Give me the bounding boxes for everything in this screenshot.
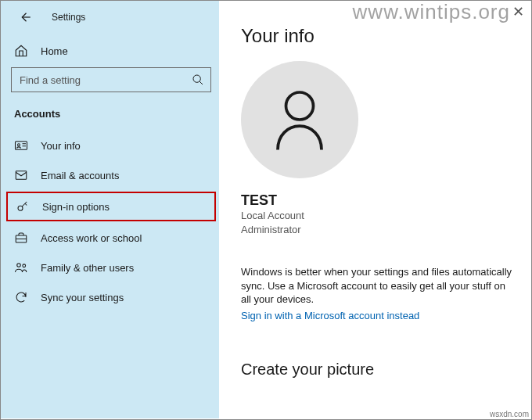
picture-section-title: Create your picture [241,361,518,379]
person-icon [272,88,327,152]
username: TEST [241,192,518,209]
svg-point-8 [286,92,314,120]
avatar [241,61,358,178]
watermark: www.wintips.org [353,0,510,24]
sync-description: Windows is better when your settings and… [241,265,518,307]
account-role: Administrator [241,223,518,237]
account-type: Local Account [241,209,518,223]
page-title: Your info [241,25,518,47]
signin-microsoft-link[interactable]: Sign in with a Microsoft account instead [241,310,419,321]
close-button[interactable]: ✕ [512,3,524,20]
main-content: www.wintips.org ✕ Your info TEST Local A… [219,0,532,418]
footer-credit: wsxdn.com [490,410,529,418]
